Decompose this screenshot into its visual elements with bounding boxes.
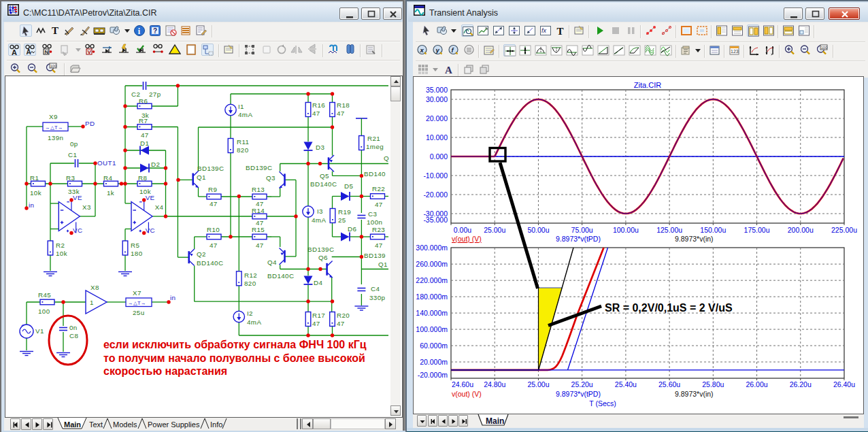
svg-text:Q6: Q6 [318, 254, 328, 261]
svg-text:A: A [27, 48, 31, 56]
svg-text:47: 47 [337, 110, 345, 117]
svg-text:v(out) (V): v(out) (V) [452, 235, 482, 243]
svg-text:R23: R23 [372, 226, 385, 233]
svg-text:R14: R14 [252, 207, 265, 214]
svg-text:то получим начало полуволны с: то получим начало полуволны с более высо… [103, 352, 365, 364]
svg-text:BD139: BD139 [364, 252, 386, 259]
svg-text:Zita.CIR: Zita.CIR [634, 81, 661, 89]
svg-text:47: 47 [337, 320, 345, 327]
svg-text:R3: R3 [66, 174, 75, 182]
svg-text:24.80u: 24.80u [484, 380, 505, 388]
svg-text:Q2: Q2 [197, 250, 206, 258]
svg-text:X7: X7 [133, 289, 141, 297]
svg-text:25u: 25u [133, 309, 145, 316]
svg-text:25.60u: 25.60u [658, 380, 680, 388]
svg-text:VE: VE [146, 194, 155, 201]
svg-text:47: 47 [375, 242, 383, 249]
svg-text:T: T [52, 25, 59, 36]
svg-text:VC: VC [73, 227, 82, 234]
svg-text:R11: R11 [237, 138, 249, 146]
svg-text:1meg: 1meg [366, 143, 384, 150]
svg-text:100.000m: 100.000m [416, 325, 448, 333]
svg-text:R2: R2 [56, 242, 65, 249]
svg-text:если исключить обработку сигна: если исключить обработку сигнала ФНЧ 100… [103, 339, 367, 350]
svg-text:60.000m: 60.000m [420, 342, 448, 350]
svg-text:75.00u: 75.00u [571, 226, 593, 234]
svg-text:R19: R19 [338, 208, 351, 216]
svg-text:in: in [29, 201, 34, 209]
svg-text:R4: R4 [103, 174, 112, 182]
svg-text:1k: 1k [107, 189, 114, 197]
svg-text:180: 180 [131, 250, 143, 257]
svg-text:R45: R45 [38, 291, 51, 299]
svg-text:V1: V1 [35, 327, 44, 335]
svg-text:Q1: Q1 [378, 261, 388, 268]
svg-text:X3: X3 [82, 203, 91, 211]
svg-text:27p: 27p [149, 90, 161, 98]
svg-text:50.00u: 50.00u [527, 226, 549, 234]
svg-text:N: N [45, 49, 49, 55]
svg-text:820: 820 [237, 146, 249, 154]
svg-text:D2: D2 [151, 161, 160, 168]
svg-text:Q3: Q3 [266, 174, 276, 182]
svg-text:x: x [420, 46, 424, 54]
svg-text:10k: 10k [56, 250, 67, 257]
svg-text:BD140C: BD140C [267, 272, 294, 280]
svg-text:4mA: 4mA [247, 318, 261, 326]
svg-text:R10: R10 [207, 226, 220, 233]
svg-text:9.8973*v(tPD): 9.8973*v(tPD) [556, 390, 601, 398]
svg-text:I3: I3 [317, 207, 323, 215]
svg-text:25.80u: 25.80u [702, 380, 724, 388]
svg-text:C3: C3 [368, 210, 377, 218]
svg-text:100.00u: 100.00u [613, 226, 639, 234]
svg-text:Q: Q [384, 154, 389, 162]
svg-text:V: V [88, 49, 92, 55]
svg-text:150.00u: 150.00u [700, 226, 726, 234]
svg-text:OUT1: OUT1 [97, 159, 116, 167]
svg-text:VC: VC [146, 227, 155, 234]
svg-text:123: 123 [731, 49, 739, 54]
svg-text:fx: fx [541, 27, 547, 34]
svg-text:Main: Main [64, 420, 81, 429]
svg-text:175.00u: 175.00u [744, 226, 770, 234]
svg-text:25: 25 [338, 216, 346, 224]
svg-text:180.000m: 180.000m [416, 293, 448, 301]
svg-text:47: 47 [312, 320, 320, 327]
svg-text:-10.000: -10.000 [423, 171, 448, 180]
svg-text:125.00u: 125.00u [656, 226, 682, 234]
svg-text:47: 47 [375, 201, 383, 208]
svg-text:PD: PD [85, 120, 95, 127]
svg-text:10.000: 10.000 [426, 133, 448, 142]
svg-text:R7: R7 [139, 117, 148, 124]
svg-text:4mA: 4mA [312, 216, 326, 224]
svg-text:скоростью нарастания: скоростью нарастания [103, 365, 227, 377]
svg-text:25.20u: 25.20u [571, 380, 593, 388]
svg-text:26.20u: 26.20u [790, 380, 812, 388]
svg-text:100n: 100n [367, 218, 382, 226]
svg-text:BD139C: BD139C [197, 165, 224, 172]
svg-text:47: 47 [256, 242, 264, 249]
svg-text:→△T→: →△T→ [45, 124, 63, 131]
svg-text:47: 47 [141, 131, 149, 139]
svg-text:Main: Main [486, 416, 504, 426]
svg-text:R22: R22 [372, 185, 385, 193]
svg-text:R21: R21 [367, 135, 380, 142]
svg-text:R13: R13 [252, 186, 265, 193]
svg-text:225.00u: 225.00u [831, 226, 857, 234]
svg-text:330p: 330p [369, 294, 386, 301]
svg-text:X4: X4 [155, 203, 164, 211]
svg-text:Power Supplies: Power Supplies [148, 420, 200, 429]
svg-text:I2: I2 [247, 310, 253, 317]
svg-text:X9: X9 [49, 113, 58, 120]
svg-text:820: 820 [244, 280, 256, 287]
svg-text:R16: R16 [312, 101, 325, 109]
svg-text:300.000m: 300.000m [416, 244, 448, 252]
svg-text:Q5: Q5 [320, 172, 329, 180]
svg-text:R9: R9 [208, 186, 217, 193]
svg-text:R17: R17 [312, 312, 325, 319]
svg-text:1: 1 [90, 299, 94, 306]
svg-text:Q4: Q4 [267, 259, 277, 266]
svg-text:in: in [170, 294, 176, 301]
svg-text:D5: D5 [344, 182, 353, 190]
svg-text:D3: D3 [316, 144, 324, 151]
